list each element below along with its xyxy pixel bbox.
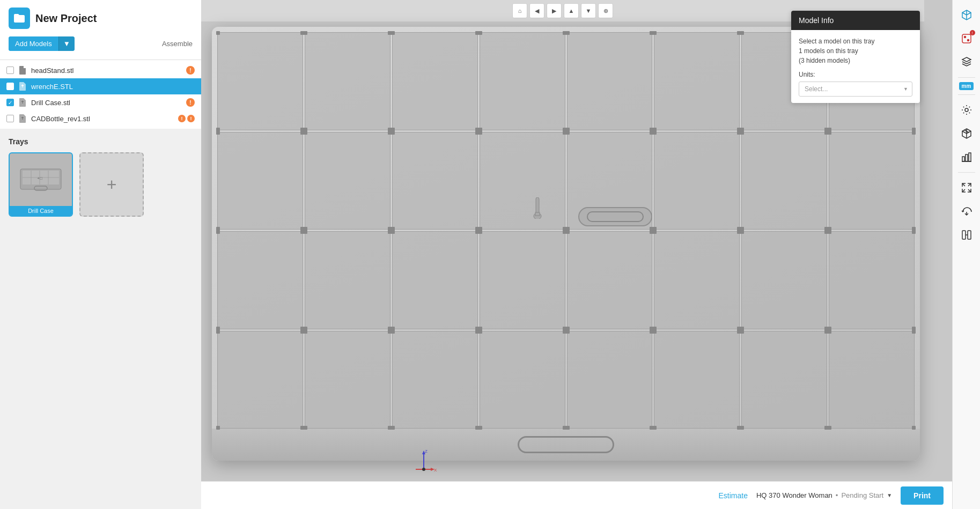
model-file-icon-drillcase bbox=[18, 98, 27, 107]
svg-text:X: X bbox=[434, 468, 437, 473]
svg-rect-20 bbox=[962, 34, 971, 43]
nav-home-btn[interactable]: ⌂ bbox=[512, 3, 527, 18]
model-item-drillcase[interactable]: Drill Case.stl ! bbox=[0, 94, 201, 110]
model-info-body: Select a model on this tray 1 models on … bbox=[791, 30, 920, 103]
axis-svg: Z X bbox=[410, 448, 437, 475]
nav-zoom-btn[interactable]: ⊕ bbox=[598, 3, 613, 18]
tray-handle bbox=[518, 436, 614, 453]
package-icon bbox=[961, 128, 972, 139]
tray-handle-area bbox=[212, 429, 920, 461]
svg-rect-29 bbox=[968, 231, 971, 239]
project-icon bbox=[9, 8, 30, 29]
units-select-wrapper: Select... mm cm in bbox=[799, 82, 912, 97]
printer-dropdown-icon[interactable]: ▼ bbox=[887, 492, 892, 498]
svg-rect-26 bbox=[969, 153, 971, 161]
dice-button[interactable]: ! bbox=[956, 28, 977, 49]
toolbar-divider-3 bbox=[958, 172, 975, 173]
model-checkbox-wrenche[interactable] bbox=[6, 83, 14, 90]
model-name-cadbottle: CADBottle_rev1.stl bbox=[31, 115, 174, 123]
resize-icon bbox=[961, 182, 972, 194]
main-layout: New Project Add Models ▼ Assemble bbox=[0, 0, 980, 509]
add-models-dropdown[interactable]: ▼ bbox=[58, 36, 75, 51]
warning-icon-drillcase: ! bbox=[186, 98, 195, 107]
warning-icon-headstand: ! bbox=[186, 66, 195, 75]
model-checkbox-cadbottle[interactable] bbox=[6, 115, 14, 122]
model-file-icon-wrenche bbox=[18, 82, 27, 91]
gear-icon bbox=[961, 104, 972, 116]
folder-icon bbox=[13, 12, 26, 25]
svg-rect-25 bbox=[966, 154, 968, 161]
svg-rect-24 bbox=[962, 157, 964, 161]
units-select[interactable]: Select... mm cm in bbox=[799, 82, 912, 97]
printer-selector[interactable]: HQ 370 Wonder Woman • Pending Start ▼ bbox=[756, 491, 892, 499]
toolbar-divider-2 bbox=[958, 94, 975, 95]
tray-add-button[interactable]: + bbox=[79, 152, 144, 217]
tray-thumbnail-icon: +□ bbox=[19, 166, 62, 193]
wrench-model bbox=[532, 197, 543, 221]
model-info-header: Model Info bbox=[791, 11, 920, 30]
viewport: ⌂ ◀ ▶ ▲ ▼ ⊕ bbox=[201, 0, 952, 509]
svg-point-22 bbox=[967, 40, 969, 41]
model-info-panel: Model Info Select a model on this tray 1… bbox=[791, 11, 920, 103]
tray-card-drillcase[interactable]: +□ Drill Case bbox=[9, 152, 73, 217]
cube-icon bbox=[961, 9, 972, 21]
nav-top-btn[interactable]: ▲ bbox=[564, 3, 579, 18]
assemble-button[interactable]: Assemble bbox=[162, 40, 193, 48]
resize-button[interactable] bbox=[956, 177, 977, 198]
tray-label-drillcase: Drill Case bbox=[10, 206, 72, 216]
add-models-button[interactable]: Add Models ▼ bbox=[9, 36, 75, 51]
toolbar-divider-1 bbox=[958, 77, 975, 78]
drillcase-model bbox=[578, 203, 653, 232]
cube-view-button[interactable] bbox=[956, 4, 977, 26]
expand-button[interactable] bbox=[956, 224, 977, 246]
model-file-icon-cadbottle bbox=[18, 114, 27, 123]
svg-text:+□: +□ bbox=[37, 176, 42, 181]
svg-rect-11 bbox=[579, 208, 652, 226]
settings-button[interactable] bbox=[956, 99, 977, 121]
svg-point-19 bbox=[422, 468, 425, 471]
left-panel: New Project Add Models ▼ Assemble bbox=[0, 0, 201, 509]
flip-button[interactable] bbox=[956, 201, 977, 222]
model-item-cadbottle[interactable]: CADBottle_rev1.stl ! ! bbox=[0, 110, 201, 127]
project-title: New Project bbox=[35, 12, 97, 25]
nav-left-btn[interactable]: ◀ bbox=[529, 3, 544, 18]
svg-point-23 bbox=[965, 108, 968, 112]
printer-status: Pending Start bbox=[841, 491, 883, 499]
model-item-wrenche[interactable]: wrenchE.STL bbox=[0, 78, 201, 94]
model-name-wrenche: wrenchE.STL bbox=[31, 83, 195, 91]
project-title-row: New Project bbox=[9, 8, 193, 29]
trays-section: Trays bbox=[0, 129, 201, 509]
layers-icon bbox=[961, 56, 972, 68]
mm-badge[interactable]: mm bbox=[959, 82, 974, 90]
models-list: headStand.stl ! wrenchE.STL Drill bbox=[0, 60, 201, 129]
nav-right-btn[interactable]: ▶ bbox=[547, 3, 562, 18]
model-file-icon-headstand bbox=[18, 66, 27, 75]
svg-rect-10 bbox=[535, 212, 540, 216]
bottom-bar: Estimate HQ 370 Wonder Woman • Pending S… bbox=[201, 481, 952, 509]
chart-icon bbox=[961, 151, 972, 163]
dropdown-chevron-icon: ▼ bbox=[63, 40, 70, 48]
print-button[interactable]: Print bbox=[901, 486, 944, 505]
flip-icon bbox=[961, 205, 972, 217]
svg-text:Z: Z bbox=[425, 449, 428, 454]
chart-button[interactable] bbox=[956, 146, 977, 168]
svg-rect-8 bbox=[536, 197, 539, 213]
package-button[interactable] bbox=[956, 123, 977, 144]
project-header: New Project Add Models ▼ Assemble bbox=[0, 0, 201, 60]
dice-badge: ! bbox=[970, 30, 975, 35]
model-checkbox-headstand[interactable] bbox=[6, 67, 14, 74]
warning-icon-cadbottle-1: ! bbox=[178, 115, 186, 122]
model-checkbox-drillcase[interactable] bbox=[6, 99, 14, 106]
right-toolbar: ! mm bbox=[952, 0, 980, 509]
layers-button[interactable] bbox=[956, 51, 977, 73]
estimate-button[interactable]: Estimate bbox=[719, 491, 748, 500]
add-models-main[interactable]: Add Models bbox=[9, 36, 58, 51]
svg-point-21 bbox=[964, 36, 966, 38]
model-name-drillcase: Drill Case.stl bbox=[31, 99, 182, 107]
printer-separator: • bbox=[836, 491, 838, 499]
nav-bottom-btn[interactable]: ▼ bbox=[581, 3, 596, 18]
model-item-headstand[interactable]: headStand.stl ! bbox=[0, 62, 201, 78]
units-label: Units: bbox=[799, 71, 912, 78]
tray-add-icon: + bbox=[107, 175, 117, 195]
printer-name: HQ 370 Wonder Woman bbox=[756, 491, 832, 499]
